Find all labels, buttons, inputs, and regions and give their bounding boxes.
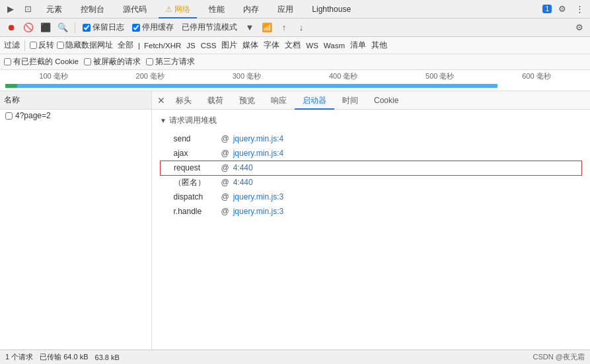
search-button[interactable]: 🔍	[55, 20, 70, 35]
stack-row-rhandle: r.handle @ jquery.min.js:3	[161, 204, 582, 219]
tab-memory[interactable]: 内存	[237, 0, 266, 18]
request-name[interactable]: 4?page=2	[15, 111, 51, 120]
more-icon[interactable]: ⋮	[573, 3, 586, 16]
tl-label-600: 600 毫秒	[488, 71, 585, 81]
type-img[interactable]: 图片	[220, 40, 239, 50]
stack-name-rhandle: r.handle	[161, 204, 220, 219]
disable-cache-checkbox[interactable]	[132, 24, 140, 32]
type-wasm[interactable]: Wasm	[322, 42, 346, 50]
stack-link-rhandle[interactable]: jquery.min.js:3	[231, 204, 582, 219]
filter-icon[interactable]: ⬛	[38, 20, 53, 35]
type-ws[interactable]: WS	[305, 42, 320, 50]
request-checkbox[interactable]	[5, 112, 13, 120]
stack-row-send: send @ jquery.min.js:4	[161, 131, 582, 146]
separator1	[75, 22, 75, 33]
type-media[interactable]: 媒体	[241, 40, 260, 50]
filter-sep2: |	[138, 42, 140, 50]
type-doc[interactable]: 文档	[283, 40, 302, 50]
wifi-icon[interactable]: 📶	[260, 20, 274, 35]
stack-row-ajax: ajax @ jquery.min.js:4	[161, 146, 582, 161]
left-panel: 名称 4?page=2	[0, 91, 152, 349]
stack-name-request: request	[161, 161, 220, 175]
timeline-blue-bar	[5, 84, 498, 88]
hide-data-urls-checkbox[interactable]	[57, 42, 64, 49]
name-column-header: 名称	[4, 94, 20, 106]
stack-table: send @ jquery.min.js:4 ajax @ jquery.min…	[160, 131, 582, 219]
stack-at-request: @	[220, 161, 231, 175]
throttle-dropdown-icon[interactable]: ▼	[242, 20, 257, 35]
record-button[interactable]: ⏺	[4, 20, 18, 35]
type-other[interactable]: 其他	[370, 40, 388, 50]
tl-label-500: 500 毫秒	[392, 71, 488, 81]
network-settings-icon[interactable]: ⚙	[573, 21, 586, 34]
filter-bar: 过滤 反转 隐藏数据网址 全部 | Fetch/XHR JS CSS 图片 媒体…	[0, 37, 590, 54]
triangle-icon: ▼	[160, 117, 166, 124]
tab-application[interactable]: 应用	[271, 0, 300, 18]
tab-sources[interactable]: 源代码	[116, 0, 153, 18]
thirdparty-checkbox[interactable]	[146, 58, 153, 65]
type-manifest[interactable]: 清单	[349, 40, 367, 50]
hide-data-urls-filter[interactable]: 隐藏数据网址	[57, 40, 113, 50]
thirdparty-filter[interactable]: 第三方请求	[146, 57, 195, 67]
stack-link-send[interactable]: jquery.min.js:4	[231, 131, 582, 146]
device-icon[interactable]: ⊡	[21, 3, 34, 16]
stack-row-dispatch: dispatch @ jquery.min.js:3	[161, 190, 582, 204]
filter-all[interactable]: 全部	[116, 40, 135, 50]
tab-headers[interactable]: 标头	[168, 91, 200, 110]
throttle-label: 已停用节流模式	[179, 22, 240, 33]
size-label: 63.8 kB	[95, 353, 120, 361]
stack-row-anon: （匿名） @ 4:440	[161, 175, 582, 190]
tab-network[interactable]: ⚠ 网络	[159, 0, 197, 18]
preserve-log-label[interactable]: 保留日志	[80, 22, 127, 33]
preserve-log-checkbox[interactable]	[83, 24, 91, 32]
tl-label-300: 300 毫秒	[198, 71, 295, 81]
timeline-progress	[5, 84, 585, 88]
requests-header: 名称	[0, 91, 151, 110]
toolbar2-right: ⚙	[573, 21, 586, 34]
tab-cookies[interactable]: Cookie	[366, 91, 406, 110]
stack-row-request: request @ 4:440	[161, 161, 582, 175]
download-icon[interactable]: ↓	[294, 20, 309, 35]
tab-response[interactable]: 响应	[263, 91, 295, 110]
right-panel: ✕ 标头 载荷 预览 响应 启动器 时间 Cookie ▼ 请求调用堆栈	[152, 91, 590, 349]
upload-icon[interactable]: ↑	[277, 20, 291, 35]
reverse-filter[interactable]: 反转	[30, 40, 54, 50]
tab-performance[interactable]: 性能	[202, 0, 231, 18]
type-font[interactable]: 字体	[262, 40, 281, 50]
settings-icon[interactable]: ⚙	[556, 3, 569, 16]
tl-label-100: 100 毫秒	[5, 71, 102, 81]
blocked-checkbox[interactable]	[84, 58, 91, 65]
cookie-checkbox[interactable]	[4, 58, 11, 65]
stack-at-rhandle: @	[220, 204, 231, 219]
tab-timing[interactable]: 时间	[334, 91, 366, 110]
type-js[interactable]: JS	[185, 42, 196, 50]
error-badge: 1	[542, 5, 552, 13]
reverse-checkbox[interactable]	[30, 42, 37, 49]
tab-initiator[interactable]: 启动器	[295, 91, 334, 110]
type-css[interactable]: CSS	[200, 42, 218, 50]
devtools-window: ▶ ⊡ 元素 控制台 源代码 ⚠ 网络 性能 内存 应用 Lighthouse …	[0, 0, 590, 364]
blocked-filter[interactable]: 被屏蔽的请求	[84, 57, 141, 67]
top-right-actions: 1 ⚙ ⋮	[542, 3, 586, 16]
tab-lighthouse[interactable]: Lighthouse	[305, 0, 357, 18]
cookie-filter[interactable]: 有已拦截的 Cookie	[4, 57, 79, 67]
stack-section-header[interactable]: ▼ 请求调用堆栈	[160, 115, 582, 126]
tab-preview[interactable]: 预览	[231, 91, 263, 110]
tab-payload[interactable]: 载荷	[200, 91, 231, 110]
stack-link-request[interactable]: 4:440	[231, 161, 582, 175]
close-detail-button[interactable]: ✕	[155, 94, 168, 107]
tab-elements[interactable]: 元素	[40, 0, 69, 18]
stack-link-ajax[interactable]: jquery.min.js:4	[231, 146, 582, 161]
network-toolbar: ⏺ 🚫 ⬛ 🔍 保留日志 停用缓存 已停用节流模式 ▼ 📶 ↑ ↓ ⚙	[0, 18, 590, 37]
type-fetch-xhr[interactable]: Fetch/XHR	[143, 42, 182, 50]
tl-label-200: 200 毫秒	[102, 71, 198, 81]
inspect-icon[interactable]: ▶	[4, 3, 17, 16]
stack-link-dispatch[interactable]: jquery.min.js:3	[231, 190, 582, 204]
stack-name-dispatch: dispatch	[161, 190, 220, 204]
clear-button[interactable]: 🚫	[21, 20, 36, 35]
disable-cache-label[interactable]: 停用缓存	[129, 22, 176, 33]
request-row[interactable]: 4?page=2	[0, 110, 151, 122]
tab-console[interactable]: 控制台	[74, 0, 111, 18]
top-tab-bar: ▶ ⊡ 元素 控制台 源代码 ⚠ 网络 性能 内存 应用 Lighthouse …	[0, 0, 590, 18]
stack-link-anon[interactable]: 4:440	[231, 175, 582, 190]
